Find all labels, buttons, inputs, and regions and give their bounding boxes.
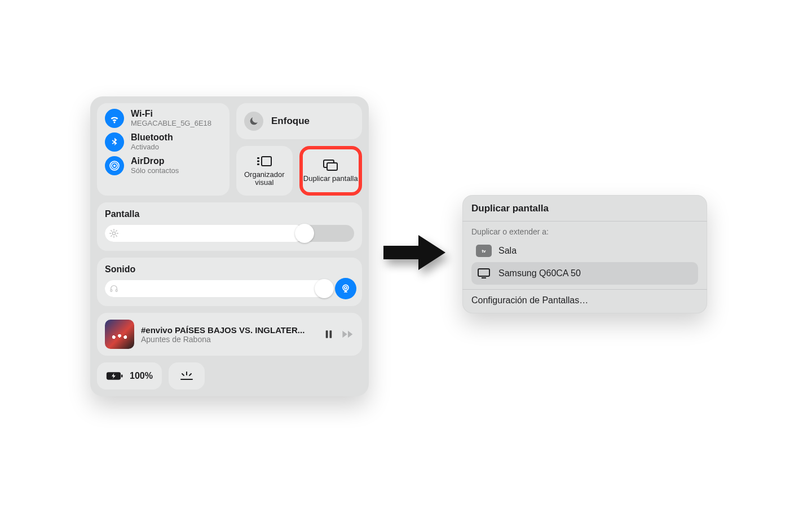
- svg-line-16: [111, 236, 112, 236]
- svg-rect-8: [327, 163, 337, 170]
- bluetooth-title: Bluetooth: [131, 133, 173, 143]
- svg-line-28: [182, 374, 184, 375]
- battery-charging-icon: [106, 371, 124, 381]
- svg-rect-31: [478, 269, 489, 276]
- screen-mirroring-icon: [322, 159, 339, 171]
- mirror-device-sala[interactable]: tv Sala: [471, 240, 698, 262]
- device-label: Sala: [498, 246, 517, 256]
- svg-point-9: [112, 232, 115, 234]
- screen-mirroring-label: Duplicar pantalla: [303, 175, 358, 183]
- sound-tile: Sonido: [97, 258, 362, 306]
- svg-rect-4: [257, 157, 259, 159]
- wifi-toggle[interactable]: Wi-Fi MEGACABLE_5G_6E18: [105, 109, 222, 128]
- airdrop-title: AirDrop: [131, 157, 179, 166]
- focus-label: Enfoque: [271, 116, 310, 127]
- screen-mirroring-button[interactable]: Duplicar pantalla: [299, 146, 363, 196]
- brightness-tile: Pantalla: [97, 202, 362, 251]
- keyboard-brightness-icon: [179, 371, 194, 381]
- svg-rect-5: [257, 160, 259, 162]
- headphones-icon: [109, 284, 118, 293]
- now-playing-artwork: [105, 320, 134, 349]
- now-playing-title: #envivo PAÍSES BAJOS VS. INGLATER...: [141, 325, 317, 335]
- svg-point-20: [343, 285, 348, 290]
- now-playing-subtitle: Apuntes de Rabona: [141, 335, 317, 344]
- network-tile: Wi-Fi MEGACABLE_5G_6E18 Bluetooth Activa…: [97, 103, 230, 196]
- svg-rect-23: [330, 330, 332, 338]
- popup-subheader: Duplicar o extender a:: [471, 227, 698, 236]
- battery-button[interactable]: 100%: [97, 362, 162, 390]
- airdrop-icon: [105, 156, 124, 175]
- svg-line-17: [116, 231, 117, 231]
- stage-manager-icon: [256, 155, 273, 167]
- svg-rect-19: [116, 289, 117, 291]
- svg-point-0: [113, 165, 116, 167]
- tv-icon: [476, 268, 492, 279]
- airdrop-toggle[interactable]: AirDrop Sólo contactos: [105, 156, 222, 175]
- svg-line-29: [189, 374, 191, 375]
- svg-point-21: [345, 286, 347, 289]
- stage-manager-label: Organizador visual: [236, 171, 293, 187]
- brightness-label: Pantalla: [105, 209, 354, 219]
- mirror-device-samsung[interactable]: Samsung Q60CA 50: [471, 262, 698, 285]
- bluetooth-toggle[interactable]: Bluetooth Activado: [105, 132, 222, 152]
- screen-mirroring-popup: Duplicar pantalla Duplicar o extender a:…: [462, 195, 707, 313]
- now-playing-tile[interactable]: #envivo PAÍSES BAJOS VS. INGLATER... Apu…: [97, 313, 362, 356]
- display-settings-link[interactable]: Configuración de Pantallas…: [471, 295, 698, 306]
- svg-line-14: [111, 231, 112, 231]
- sound-slider[interactable]: [105, 280, 328, 297]
- battery-label: 100%: [130, 371, 153, 381]
- svg-rect-18: [111, 289, 112, 291]
- moon-icon: [244, 112, 263, 131]
- brightness-slider[interactable]: [105, 225, 354, 242]
- sun-icon: [109, 229, 118, 238]
- control-center-panel: Wi-Fi MEGACABLE_5G_6E18 Bluetooth Activa…: [90, 96, 369, 396]
- svg-line-15: [116, 236, 117, 236]
- airplay-audio-button[interactable]: [335, 278, 356, 299]
- sound-label: Sonido: [105, 264, 354, 275]
- wifi-subtitle: MEGACABLE_5G_6E18: [131, 119, 211, 127]
- keyboard-brightness-button[interactable]: [169, 362, 205, 390]
- airdrop-subtitle: Sólo contactos: [131, 166, 179, 175]
- pause-button[interactable]: [324, 329, 334, 339]
- bluetooth-icon: [105, 132, 124, 152]
- stage-manager-button[interactable]: Organizador visual: [236, 146, 293, 196]
- wifi-title: Wi-Fi: [131, 109, 211, 119]
- wifi-icon: [105, 109, 124, 128]
- focus-toggle[interactable]: Enfoque: [236, 103, 362, 139]
- svg-text:tv: tv: [482, 249, 486, 254]
- popup-title: Duplicar pantalla: [471, 203, 698, 214]
- appletv-icon: tv: [476, 245, 492, 257]
- next-button[interactable]: [342, 329, 354, 339]
- device-label: Samsung Q60CA 50: [498, 268, 581, 278]
- svg-rect-6: [257, 163, 259, 165]
- bluetooth-subtitle: Activado: [131, 143, 173, 151]
- svg-rect-22: [326, 330, 328, 338]
- arrow-icon: [383, 233, 445, 272]
- svg-rect-25: [121, 374, 123, 377]
- svg-rect-3: [262, 157, 271, 166]
